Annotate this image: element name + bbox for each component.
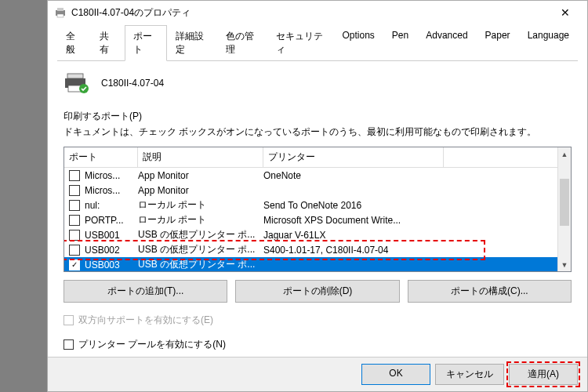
device-name: C180II-4.07-04 [101, 78, 164, 89]
desc-cell: ローカル ポート [138, 198, 263, 212]
svg-rect-2 [57, 14, 64, 17]
col-header-desc[interactable]: 説明 [138, 147, 263, 167]
port-checkbox[interactable] [69, 200, 80, 211]
svg-rect-3 [67, 74, 83, 78]
tab-pen[interactable]: Pen [383, 25, 417, 61]
ok-button[interactable]: OK [361, 364, 430, 385]
port-row[interactable]: USB002USB の仮想プリンター ポ...S400-1.01-17, C18… [64, 242, 571, 257]
ports-description: ドキュメントは、チェック ボックスがオンになっているポートのうち、最初に利用可能… [64, 125, 572, 139]
pool-label: プリンター プールを有効にする(N) [78, 338, 226, 351]
list-header: ポート 説明 プリンター [64, 147, 571, 168]
port-checkbox[interactable] [69, 170, 80, 181]
printer-device-icon [64, 72, 92, 94]
svg-rect-1 [57, 8, 64, 11]
scroll-up-icon[interactable]: ▲ [558, 147, 571, 161]
cancel-button[interactable]: キャンセル [435, 364, 504, 385]
scroll-thumb[interactable] [560, 179, 569, 226]
printer-cell: Microsoft XPS Document Write... [263, 215, 444, 226]
tab-ポート[interactable]: ポート [125, 25, 167, 61]
list-body: Micros...App MonitorOneNoteMicros...App … [64, 168, 571, 272]
port-checkbox[interactable] [69, 215, 80, 226]
port-cell: nul: [83, 200, 138, 211]
properties-dialog: C180II-4.07-04のプロパティ ✕ 全般共有ポート詳細設定色の管理セキ… [47, 0, 588, 392]
port-row[interactable]: Micros...App Monitor [64, 183, 571, 198]
col-header-printer[interactable]: プリンター [263, 147, 444, 167]
port-row[interactable]: nul:ローカル ポートSend To OneNote 2016 [64, 198, 571, 212]
pool-checkbox[interactable] [64, 339, 74, 350]
close-button[interactable]: ✕ [550, 2, 581, 24]
tab-共有[interactable]: 共有 [91, 25, 125, 61]
port-cell: Micros... [83, 185, 138, 196]
tab-paper[interactable]: Paper [477, 25, 519, 61]
scroll-down-icon[interactable]: ▼ [558, 258, 571, 271]
printer-cell: OneNote [263, 170, 444, 181]
tab-options[interactable]: Options [334, 25, 383, 61]
add-port-button[interactable]: ポートの追加(T)... [64, 280, 227, 303]
desc-cell: USB の仮想プリンター ポ... [138, 258, 263, 271]
port-cell: USB001 [83, 230, 138, 241]
port-checkbox[interactable] [69, 185, 80, 196]
desc-cell: USB の仮想プリンター ポ... [138, 243, 263, 256]
desc-cell: App Monitor [138, 185, 263, 196]
printer-cell: Jaguar V-61LX [263, 230, 444, 241]
desc-cell: App Monitor [138, 170, 263, 181]
bidi-checkbox-row: 双方向サポートを有効にする(E) [64, 314, 572, 327]
tab-詳細設定[interactable]: 詳細設定 [167, 25, 217, 61]
ports-listbox[interactable]: ポート 説明 プリンター Micros...App MonitorOneNote… [64, 147, 572, 272]
port-checkbox[interactable] [69, 245, 80, 256]
port-row[interactable]: PORTP...ローカル ポートMicrosoft XPS Document W… [64, 212, 571, 227]
window-title: C180II-4.07-04のプロパティ [71, 6, 550, 20]
tab-strip: 全般共有ポート詳細設定色の管理セキュリティOptionsPenAdvancedP… [57, 24, 578, 61]
printer-titlebar-icon [54, 6, 67, 19]
dialog-footer: OK キャンセル 適用(A) [48, 357, 587, 391]
port-buttons-row: ポートの追加(T)... ポートの削除(D) ポートの構成(C)... [64, 280, 572, 303]
port-checkbox[interactable] [69, 230, 80, 241]
port-row[interactable]: ✓USB003USB の仮想プリンター ポ... [64, 257, 571, 272]
port-cell: USB003 [83, 260, 138, 270]
tab-全般[interactable]: 全般 [57, 25, 91, 61]
port-cell: Micros... [83, 170, 138, 181]
desc-cell: USB の仮想プリンター ポ... [138, 228, 263, 241]
scrollbar[interactable]: ▲ ▼ [557, 147, 571, 271]
col-header-port[interactable]: ポート [64, 147, 138, 167]
printer-cell: S400-1.01-17, C180II-4.07-04 [263, 245, 444, 256]
apply-button[interactable]: 適用(A) [509, 364, 578, 385]
port-row[interactable]: USB001USB の仮想プリンター ポ...Jaguar V-61LX [64, 227, 571, 242]
pool-checkbox-row[interactable]: プリンター プールを有効にする(N) [64, 338, 572, 351]
bidi-label: 双方向サポートを有効にする(E) [78, 314, 213, 327]
configure-port-button[interactable]: ポートの構成(C)... [408, 280, 572, 303]
tab-セキュリティ[interactable]: セキュリティ [267, 25, 334, 61]
port-row[interactable]: Micros...App MonitorOneNote [64, 168, 571, 183]
titlebar: C180II-4.07-04のプロパティ ✕ [48, 1, 587, 24]
port-cell: USB002 [83, 245, 138, 256]
tab-advanced[interactable]: Advanced [417, 25, 476, 61]
delete-port-button[interactable]: ポートの削除(D) [235, 280, 399, 303]
printer-cell: Send To OneNote 2016 [263, 200, 444, 211]
bidi-checkbox [64, 315, 74, 325]
tab-色の管理[interactable]: 色の管理 [217, 25, 267, 61]
port-cell: PORTP... [83, 215, 138, 226]
tab-content: C180II-4.07-04 印刷するポート(P) ドキュメントは、チェック ボ… [48, 61, 587, 358]
desc-cell: ローカル ポート [138, 213, 263, 227]
tab-language[interactable]: Language [519, 25, 578, 61]
device-header: C180II-4.07-04 [64, 72, 572, 94]
ports-label: 印刷するポート(P) [64, 110, 572, 123]
port-checkbox[interactable]: ✓ [69, 260, 80, 270]
